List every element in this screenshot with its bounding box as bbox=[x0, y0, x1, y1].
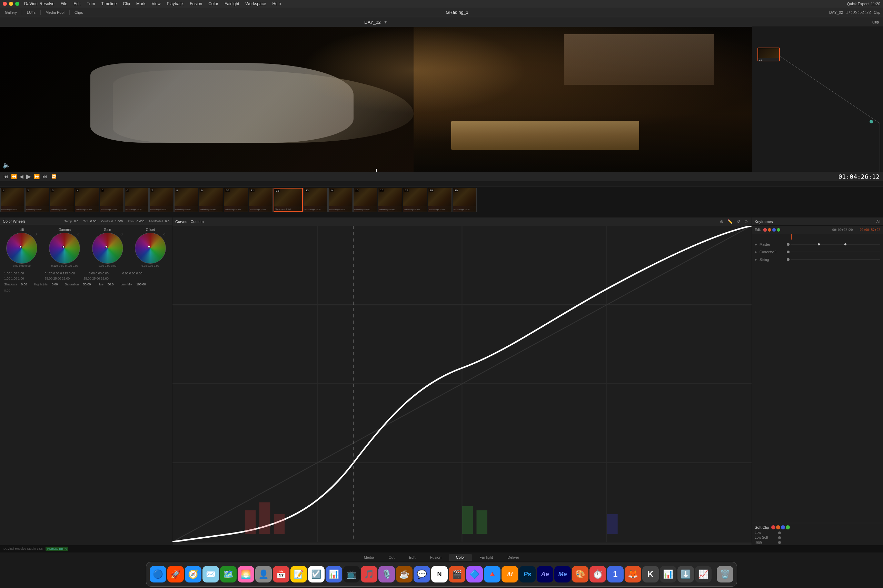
nav-tab-deliver[interactable]: Deliver bbox=[501, 554, 526, 561]
menu-view[interactable]: View bbox=[149, 2, 164, 6]
dock-icon-contacts[interactable]: 👤 bbox=[255, 566, 272, 582]
nav-tab-cut[interactable]: Cut bbox=[382, 554, 402, 561]
dock-icon-launchpad[interactable]: 🚀 bbox=[167, 566, 184, 582]
dock-icon-reminders[interactable]: ☑️ bbox=[308, 566, 325, 582]
curves-tool-3[interactable]: ↺ bbox=[736, 219, 741, 224]
wheel-reset-1[interactable]: ↺ bbox=[77, 233, 80, 236]
dock-icon-photos[interactable]: 🌅 bbox=[238, 566, 254, 582]
dock-icon-music[interactable]: 🎵 bbox=[361, 566, 378, 582]
kf-expand-2[interactable]: ▶ bbox=[755, 258, 758, 261]
kf-track-dot-0[interactable] bbox=[787, 243, 790, 246]
dock-icon-amphetamine[interactable]: ☕ bbox=[396, 566, 412, 582]
dock-icon-instastats[interactable]: 📊 bbox=[660, 566, 676, 582]
dock-icon-mail[interactable]: ✉️ bbox=[203, 566, 219, 582]
toolbar-clips[interactable]: Clips bbox=[72, 10, 85, 15]
clip-thumb[interactable]: 8Blackmagic RAW bbox=[174, 188, 199, 212]
dock-icon-folx[interactable]: 🦊 bbox=[625, 566, 641, 582]
dock-icon-safari[interactable]: 🧭 bbox=[185, 566, 202, 582]
softclip-btn-blue[interactable] bbox=[781, 525, 785, 530]
curves-tool-2[interactable]: ✏️ bbox=[727, 219, 734, 224]
clip-thumb[interactable]: 1Blackmagic RAW bbox=[0, 188, 24, 212]
dock-icon-istatmenus[interactable]: 📈 bbox=[695, 566, 712, 582]
dock-icon-maps[interactable]: 🗺️ bbox=[220, 566, 237, 582]
dock-icon-photoshop[interactable]: Ps bbox=[519, 566, 536, 582]
dock-icon-aftereffects[interactable]: Ae bbox=[537, 566, 553, 582]
nav-tab-media[interactable]: Media bbox=[357, 554, 381, 561]
nav-tab-color[interactable]: Color bbox=[449, 554, 472, 561]
lummix-value[interactable]: 100.00 bbox=[136, 283, 146, 286]
tl-loop[interactable]: 🔁 bbox=[51, 174, 57, 179]
highlights-value[interactable]: 0.00 bbox=[52, 283, 58, 286]
wheel-circle-0[interactable]: ↺ bbox=[6, 232, 37, 264]
menu-fairlight[interactable]: Fairlight bbox=[222, 2, 242, 6]
nav-tab-fairlight[interactable]: Fairlight bbox=[472, 554, 500, 561]
dock-icon-klokki[interactable]: K bbox=[642, 566, 659, 582]
dock-icon-clockify[interactable]: ⏱️ bbox=[590, 566, 606, 582]
clip-thumb[interactable]: 2Blackmagic RAW bbox=[25, 188, 49, 212]
kf-track-dot-2[interactable] bbox=[787, 258, 790, 261]
clip-thumb[interactable]: 17Blackmagic RAW bbox=[403, 188, 427, 212]
menu-trim[interactable]: Trim bbox=[84, 2, 98, 6]
wheel-reset-3[interactable]: ↺ bbox=[163, 233, 165, 236]
clip-thumb[interactable]: 14Blackmagic RAW bbox=[328, 188, 352, 212]
curves-tool-1[interactable]: ⊕ bbox=[719, 219, 724, 224]
clip-thumb[interactable]: 4Blackmagic RAW bbox=[75, 188, 99, 212]
clip-thumb[interactable]: 11Blackmagic RAW bbox=[249, 188, 273, 212]
menu-help[interactable]: Help bbox=[269, 2, 284, 6]
menu-timeline[interactable]: Timeline bbox=[98, 2, 119, 6]
dock-icon-onetodo[interactable]: 1 bbox=[607, 566, 624, 582]
menu-clip[interactable]: Clip bbox=[120, 2, 133, 6]
kf-dot-green[interactable] bbox=[777, 228, 780, 232]
color-temp-value[interactable]: 0.0 bbox=[74, 219, 79, 223]
dock-icon-resolve2[interactable]: 🎨 bbox=[572, 566, 588, 582]
menu-davinci[interactable]: DaVinci Resolve bbox=[21, 2, 57, 6]
tl-prev-frame[interactable]: ⏪ bbox=[11, 174, 17, 179]
nav-tab-edit[interactable]: Edit bbox=[402, 554, 423, 561]
menu-playback[interactable]: Playback bbox=[164, 2, 186, 6]
softclip-lowsoft-dot[interactable] bbox=[778, 536, 781, 539]
minimize-button[interactable] bbox=[9, 2, 13, 6]
tl-play[interactable]: ▶ bbox=[26, 172, 31, 180]
shadows-value[interactable]: 0.00 bbox=[21, 283, 27, 286]
wheel-circle-2[interactable]: ↺ bbox=[92, 232, 123, 264]
menu-workspace[interactable]: Workspace bbox=[243, 2, 269, 6]
kf-track-dot-1[interactable] bbox=[787, 250, 790, 254]
viewer-dropdown-icon[interactable]: ▼ bbox=[384, 20, 388, 24]
keyframes-all-btn[interactable]: All bbox=[877, 219, 880, 224]
dock-icon-illustrator[interactable]: Ai bbox=[501, 566, 518, 582]
menu-file[interactable]: File bbox=[58, 2, 70, 6]
clip-thumb[interactable]: 16Blackmagic RAW bbox=[378, 188, 402, 212]
tl-go-start[interactable]: ⏮ bbox=[3, 174, 8, 179]
softclip-btn-green[interactable] bbox=[786, 525, 790, 530]
tl-go-end[interactable]: ⏭ bbox=[42, 174, 47, 179]
close-button[interactable] bbox=[3, 2, 7, 6]
dock-icon-trash[interactable]: 🗑️ bbox=[717, 566, 733, 582]
dock-icon-calendar[interactable]: 📅 bbox=[273, 566, 289, 582]
maximize-button[interactable] bbox=[15, 2, 19, 6]
toolbar-gallery[interactable]: Gallery bbox=[3, 10, 19, 15]
dock-icon-messenger[interactable]: 💬 bbox=[414, 566, 430, 582]
clip-thumb[interactable]: 15Blackmagic RAW bbox=[353, 188, 378, 212]
dock-icon-affinity[interactable]: 🔺 bbox=[484, 566, 501, 582]
clip-thumb[interactable]: 18Blackmagic RAW bbox=[428, 188, 452, 212]
toolbar-media-pool[interactable]: Media Pool bbox=[44, 10, 66, 15]
clip-thumb[interactable]: 7Blackmagic RAW bbox=[149, 188, 173, 212]
clip-thumb[interactable]: 10Blackmagic RAW bbox=[224, 188, 248, 212]
kf-expand-0[interactable]: ▶ bbox=[755, 243, 758, 246]
dock-icon-podcasts[interactable]: 🎙️ bbox=[378, 566, 395, 582]
quick-export-btn[interactable]: Quick Export bbox=[847, 2, 869, 6]
dock-icon-appletv[interactable]: 📺 bbox=[343, 566, 360, 582]
tl-play-reverse[interactable]: ◀ bbox=[20, 174, 24, 179]
dock-icon-davinci[interactable]: 🎬 bbox=[449, 566, 465, 582]
dock-icon-notes[interactable]: 📝 bbox=[290, 566, 307, 582]
nav-tab-fusion[interactable]: Fusion bbox=[423, 554, 448, 561]
kf-dot-red[interactable] bbox=[763, 228, 767, 232]
dock-icon-downie[interactable]: ⬇️ bbox=[677, 566, 694, 582]
wheel-reset-2[interactable]: ↺ bbox=[120, 233, 123, 236]
clip-thumb[interactable]: 13Blackmagic RAW bbox=[304, 188, 328, 212]
clip-thumb[interactable]: 12Blackmagic RAW bbox=[274, 188, 303, 212]
color-contrast-value[interactable]: 1.000 bbox=[115, 219, 123, 223]
tl-next-frame[interactable]: ⏩ bbox=[34, 174, 40, 179]
kf-expand-1[interactable]: ▶ bbox=[755, 250, 758, 254]
wheel-circle-3[interactable]: ↺ bbox=[135, 232, 166, 264]
